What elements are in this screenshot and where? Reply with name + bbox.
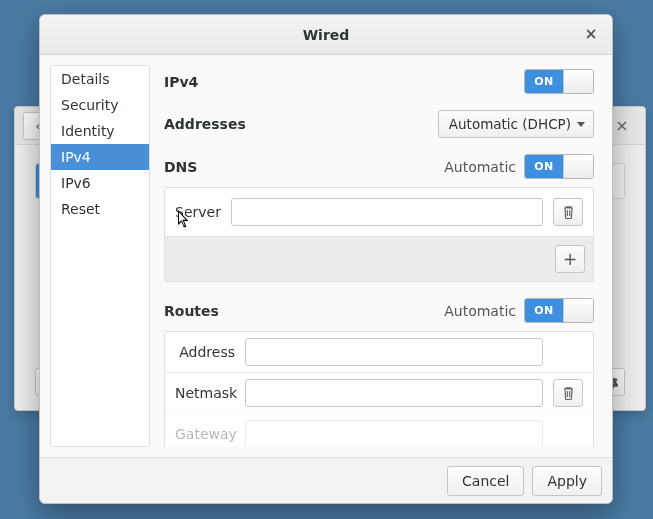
sidebar-item-label: Reset (61, 201, 100, 217)
apply-button[interactable]: Apply (532, 466, 602, 496)
addresses-row: Addresses Automatic (DHCP) (164, 110, 594, 138)
dialog-title: Wired (303, 27, 350, 43)
routes-auto-toggle[interactable]: ON (524, 298, 594, 323)
dns-group: Server + (164, 187, 594, 282)
route-netmask-label: Netmask (175, 385, 235, 401)
toggle-on-label: ON (525, 70, 563, 93)
sidebar-item-ipv4[interactable]: IPv4 (51, 144, 149, 170)
ipv4-row: IPv4 ON (164, 69, 594, 94)
routes-auto-label: Automatic (444, 303, 516, 319)
addresses-mode-value: Automatic (DHCP) (449, 116, 571, 132)
sidebar-item-details[interactable]: Details (51, 66, 149, 92)
close-icon: × (585, 25, 598, 43)
dns-auto-label: Automatic (444, 159, 516, 175)
dns-server-label: Server (175, 204, 221, 220)
toggle-on-label: ON (525, 155, 563, 178)
sidebar-item-ipv6[interactable]: IPv6 (51, 170, 149, 196)
dns-add-bar: + (165, 236, 593, 281)
sidebar: Details Security Identity IPv4 IPv6 Rese… (50, 65, 150, 447)
dns-server-input[interactable] (231, 198, 543, 226)
ipv4-heading: IPv4 (164, 74, 198, 90)
toggle-knob (563, 70, 593, 93)
route-address-input[interactable] (245, 338, 543, 366)
trash-icon (562, 386, 575, 400)
routes-group: Address Netmask Gateway (164, 331, 594, 447)
routes-section: Routes Automatic ON Address Net (164, 298, 594, 447)
addresses-heading: Addresses (164, 116, 246, 132)
addresses-mode-combo[interactable]: Automatic (DHCP) (438, 110, 594, 138)
route-address-label: Address (175, 344, 235, 360)
dialog-body: Details Security Identity IPv4 IPv6 Rese… (40, 55, 612, 457)
toggle-knob (563, 299, 593, 322)
route-netmask-row: Netmask (165, 372, 593, 413)
toggle-knob (563, 155, 593, 178)
route-gateway-label: Gateway (175, 426, 235, 442)
cancel-button[interactable]: Cancel (447, 466, 524, 496)
dialog-close-button[interactable]: × (580, 23, 602, 45)
dns-add-button[interactable]: + (555, 245, 585, 273)
ipv4-toggle[interactable]: ON (524, 69, 594, 94)
dialog-footer: Cancel Apply (40, 457, 612, 503)
wired-dialog: Wired × Details Security Identity IPv4 I… (39, 14, 613, 504)
close-icon: × (615, 116, 628, 135)
route-delete-button[interactable] (553, 379, 583, 407)
sidebar-item-reset[interactable]: Reset (51, 196, 149, 222)
route-netmask-input[interactable] (245, 379, 543, 407)
routes-heading: Routes (164, 303, 219, 319)
dns-server-row: Server (165, 188, 593, 236)
toggle-on-label: ON (525, 299, 563, 322)
sidebar-item-label: Security (61, 97, 119, 113)
sidebar-item-label: IPv4 (61, 149, 91, 165)
titlebar: Wired × (40, 15, 612, 55)
sidebar-item-label: IPv6 (61, 175, 91, 191)
dns-server-delete-button[interactable] (553, 198, 583, 226)
route-address-row: Address (165, 332, 593, 372)
sidebar-item-label: Details (61, 71, 110, 87)
cancel-button-label: Cancel (462, 473, 509, 489)
dns-heading: DNS (164, 159, 197, 175)
sidebar-item-label: Identity (61, 123, 115, 139)
trash-icon (562, 205, 575, 219)
sidebar-item-security[interactable]: Security (51, 92, 149, 118)
sidebar-item-identity[interactable]: Identity (51, 118, 149, 144)
content-pane: IPv4 ON Addresses Automatic (DHCP) DNS (160, 65, 602, 447)
dns-section: DNS Automatic ON Server (164, 154, 594, 282)
chevron-down-icon (577, 122, 585, 127)
apply-button-label: Apply (547, 473, 587, 489)
route-gateway-input[interactable] (245, 420, 543, 447)
plus-icon: + (563, 251, 577, 268)
dns-auto-toggle[interactable]: ON (524, 154, 594, 179)
route-gateway-row: Gateway (165, 413, 593, 447)
